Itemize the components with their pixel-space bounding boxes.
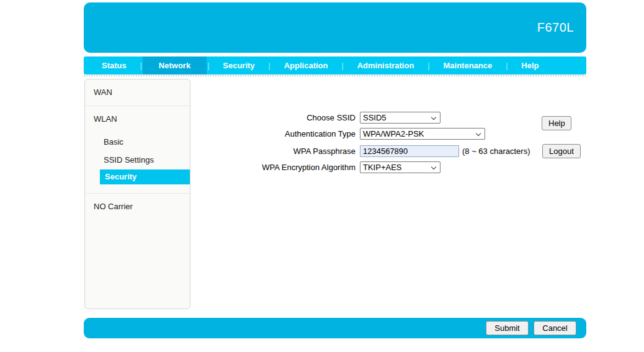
auth-type-selected-value: WPA/WPA2-PSK — [363, 129, 424, 138]
auth-type-select[interactable]: WPA/WPA2-PSK — [360, 128, 485, 140]
sidebar-item-ssid-settings[interactable]: SSID Settings — [85, 155, 190, 165]
nav-tab-help[interactable]: Help — [508, 56, 552, 74]
choose-ssid-row: Choose SSID SSID5 — [192, 112, 441, 124]
nav-tab-administration[interactable]: Administration — [344, 56, 427, 74]
nav-dotted-underline — [84, 75, 586, 76]
nav-separator: | — [268, 56, 271, 74]
wpa-passphrase-input[interactable] — [360, 145, 459, 157]
nav-separator: | — [341, 56, 344, 74]
nav-separator: | — [140, 56, 143, 74]
chevron-down-icon — [431, 115, 436, 120]
chevron-down-icon — [476, 131, 481, 136]
wpa-passphrase-row: WPA Passphrase (8 ~ 63 characters) — [192, 145, 530, 157]
choose-ssid-selected-value: SSID5 — [363, 113, 387, 122]
wpa-encryption-row: WPA Encryption Algorithm TKIP+AES — [192, 161, 441, 173]
choose-ssid-label: Choose SSID — [192, 113, 360, 122]
wpa-encryption-label: WPA Encryption Algorithm — [192, 163, 360, 172]
sidebar-item-basic[interactable]: Basic — [85, 137, 190, 147]
cancel-button[interactable]: Cancel — [534, 321, 576, 335]
main-nav: Status | Network | Security | Applicatio… — [84, 56, 586, 74]
auth-type-label: Authentication Type — [192, 129, 360, 138]
router-admin-page: F670L Status | Network | Security | Appl… — [0, 0, 644, 352]
wpa-encryption-selected-value: TKIP+AES — [363, 163, 402, 172]
nav-tab-status[interactable]: Status — [89, 56, 140, 74]
logout-button[interactable]: Logout — [542, 144, 581, 158]
header-banner: F670L — [84, 2, 586, 53]
sidebar: WAN WLAN Basic SSID Settings Security NO… — [84, 79, 190, 309]
sidebar-item-wan[interactable]: WAN — [85, 79, 190, 102]
sidebar-item-wlan[interactable]: WLAN — [85, 106, 190, 129]
help-button[interactable]: Help — [542, 116, 571, 130]
wpa-encryption-select[interactable]: TKIP+AES — [360, 161, 441, 173]
footer-bar: Submit Cancel — [84, 318, 586, 338]
wpa-passphrase-hint: (8 ~ 63 characters) — [462, 147, 530, 156]
nav-separator: | — [505, 56, 508, 74]
sidebar-item-security[interactable]: Security — [100, 169, 190, 184]
nav-tab-maintenance[interactable]: Maintenance — [430, 56, 505, 74]
device-model-label: F670L — [537, 20, 574, 35]
chevron-down-icon — [431, 165, 436, 169]
submit-button[interactable]: Submit — [486, 321, 529, 335]
choose-ssid-select[interactable]: SSID5 — [360, 112, 441, 124]
nav-separator: | — [427, 56, 430, 74]
nav-tab-network[interactable]: Network — [143, 56, 207, 74]
wpa-passphrase-label: WPA Passphrase — [192, 147, 360, 156]
nav-tab-security[interactable]: Security — [210, 56, 267, 74]
auth-type-row: Authentication Type WPA/WPA2-PSK — [192, 128, 485, 140]
nav-separator: | — [207, 56, 210, 74]
sidebar-item-no-carrier[interactable]: NO Carrier — [85, 194, 190, 216]
nav-tab-application[interactable]: Application — [271, 56, 341, 74]
